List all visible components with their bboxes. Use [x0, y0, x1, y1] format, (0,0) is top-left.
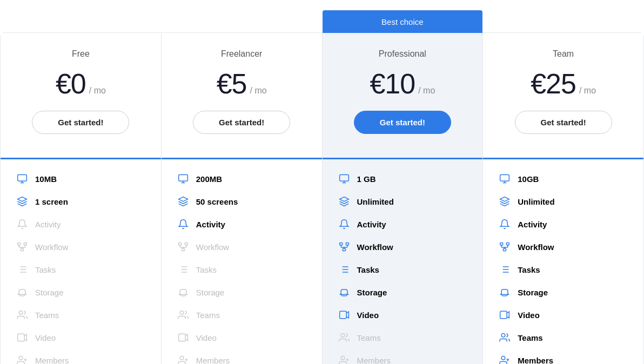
- feature-item: 50 screens: [177, 195, 307, 208]
- svg-point-41: [180, 311, 184, 315]
- feature-item: Storage: [338, 286, 468, 299]
- plan-price: €10 / mo: [333, 68, 472, 100]
- svg-rect-5: [24, 243, 26, 245]
- svg-rect-87: [500, 311, 507, 318]
- best-choice-banner: Best choice: [323, 10, 483, 33]
- feature-text: Workflow: [518, 242, 554, 252]
- price-period: / mo: [250, 86, 266, 96]
- feature-item: Members: [338, 354, 468, 364]
- price-amount: €25: [531, 68, 576, 100]
- svg-rect-6: [21, 248, 24, 251]
- feature-item: Tasks: [498, 263, 628, 276]
- members-icon: [16, 354, 29, 364]
- feature-item: Tasks: [16, 263, 146, 276]
- feature-item: 1 screen: [16, 195, 146, 208]
- feature-item: Video: [16, 331, 146, 344]
- feature-text: Activity: [35, 220, 61, 229]
- feature-text: Unlimited: [518, 197, 554, 206]
- plan-col-freelancer: Freelancer €5 / mo Get started! 200MB 50…: [162, 33, 323, 364]
- svg-rect-23: [178, 175, 187, 181]
- plan-features: 10MB 1 screen Activity Workflow: [1, 159, 161, 364]
- price-amount: €5: [217, 68, 247, 100]
- feature-text: Storage: [518, 288, 548, 297]
- tasks-icon: [338, 263, 351, 276]
- feature-item: Teams: [177, 308, 307, 321]
- feature-item: Workflow: [338, 240, 468, 253]
- feature-text: Storage: [35, 288, 64, 297]
- plan-features: 200MB 50 screens Activity Workflow: [162, 159, 322, 364]
- storage2-icon: [498, 286, 511, 299]
- teams-icon: [498, 331, 511, 344]
- feature-item: Members: [177, 354, 307, 364]
- feature-text: Members: [196, 356, 230, 365]
- feature-text: Unlimited: [357, 197, 394, 206]
- video-icon: [498, 308, 511, 321]
- feature-item: Video: [177, 331, 307, 344]
- storage-icon: [498, 172, 511, 185]
- feature-text: Storage: [196, 288, 225, 297]
- feature-text: 10GB: [518, 174, 539, 184]
- feature-item: 200MB: [177, 172, 307, 185]
- price-amount: €0: [56, 68, 86, 100]
- svg-marker-72: [500, 197, 509, 201]
- feature-item: Activity: [16, 218, 146, 231]
- svg-point-89: [501, 356, 505, 360]
- plan-header: Free €0 / mo Get started!: [1, 33, 161, 145]
- feature-text: Video: [196, 333, 217, 342]
- screens-icon: [338, 195, 351, 208]
- svg-point-88: [501, 334, 505, 338]
- feature-item: Activity: [177, 218, 307, 231]
- tasks-icon: [16, 263, 29, 276]
- get-started-button[interactable]: Get started!: [193, 111, 290, 134]
- feature-item: Members: [498, 354, 628, 364]
- workflow-icon: [177, 240, 190, 253]
- screens-icon: [177, 195, 190, 208]
- svg-rect-73: [500, 243, 503, 245]
- plan-col-team: Team €25 / mo Get started! 10GB Unlimite…: [483, 33, 643, 364]
- feature-item: 10GB: [498, 172, 628, 185]
- members-icon: [338, 354, 351, 364]
- feature-item: Unlimited: [338, 195, 468, 208]
- svg-rect-50: [339, 243, 342, 245]
- plan-header: Professional €10 / mo Get started!: [323, 33, 483, 145]
- feature-text: Teams: [35, 311, 59, 320]
- plan-features: 10GB Unlimited Activity Workflow: [483, 159, 643, 364]
- get-started-button[interactable]: Get started!: [354, 111, 451, 134]
- feature-text: Workflow: [357, 242, 393, 252]
- feature-item: Activity: [498, 218, 628, 231]
- feature-item: Tasks: [177, 263, 307, 276]
- feature-item: Storage: [16, 286, 146, 299]
- get-started-button[interactable]: Get started!: [32, 111, 129, 134]
- feature-item: Teams: [338, 331, 468, 344]
- feature-item: Workflow: [177, 240, 307, 253]
- feature-text: 1 GB: [357, 174, 376, 184]
- feature-text: 200MB: [196, 174, 222, 184]
- svg-point-18: [19, 311, 23, 315]
- get-started-button[interactable]: Get started!: [515, 111, 612, 134]
- svg-rect-28: [185, 243, 187, 245]
- workflow-icon: [338, 240, 351, 253]
- members-icon: [498, 354, 511, 364]
- feature-item: Tasks: [338, 263, 468, 276]
- tasks-icon: [177, 263, 190, 276]
- price-period: / mo: [418, 86, 435, 96]
- plan-col-free: Free €0 / mo Get started! 10MB 1 screen: [1, 33, 162, 364]
- svg-point-43: [180, 356, 184, 360]
- feature-text: Members: [35, 356, 69, 365]
- plan-header: Team €25 / mo Get started!: [483, 33, 643, 145]
- plan-header: Freelancer €5 / mo Get started!: [162, 33, 322, 145]
- feature-item: 1 GB: [338, 172, 468, 185]
- plan-features: 1 GB Unlimited Activity Workflow: [323, 159, 483, 364]
- feature-item: Workflow: [498, 240, 628, 253]
- activity-icon: [338, 218, 351, 231]
- feature-text: Members: [357, 356, 391, 365]
- tasks-icon: [498, 263, 511, 276]
- plan-name: Freelancer: [172, 49, 311, 59]
- feature-text: Video: [35, 333, 56, 342]
- feature-text: Tasks: [196, 265, 217, 274]
- plan-name: Free: [11, 49, 150, 59]
- feature-text: Workflow: [35, 242, 68, 252]
- feature-text: Tasks: [35, 265, 56, 274]
- feature-text: Activity: [518, 220, 547, 229]
- storage2-icon: [177, 286, 190, 299]
